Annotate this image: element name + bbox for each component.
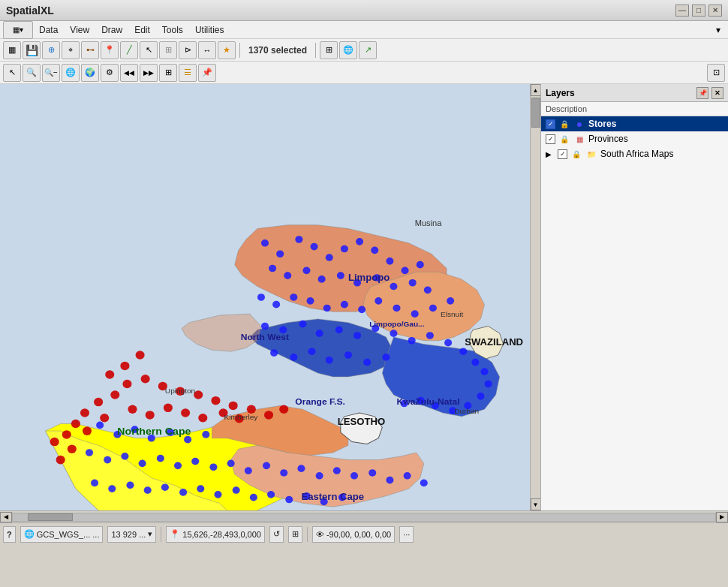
coord-pin-icon: 📍 xyxy=(170,529,180,539)
status-sep-1 xyxy=(161,527,161,542)
menu-utilities[interactable]: Utilities xyxy=(189,23,230,37)
export-button[interactable]: ↗ xyxy=(359,41,377,59)
zoom-out-button[interactable]: 🔍− xyxy=(42,64,60,82)
scroll-thumb[interactable] xyxy=(531,98,540,128)
select-tool[interactable]: ⊷ xyxy=(81,41,99,59)
scroll-left-arrow[interactable]: ◀ xyxy=(0,512,12,522)
svg-point-111 xyxy=(285,496,293,504)
svg-point-12 xyxy=(261,239,269,247)
scroll-right-arrow[interactable]: ▶ xyxy=(716,512,728,522)
layer-label-stores: Stores xyxy=(588,119,616,129)
scroll-up-arrow[interactable]: ▲ xyxy=(531,84,541,96)
line-tool[interactable]: ╱ xyxy=(120,41,138,59)
pointer-tool[interactable]: ↖ xyxy=(140,41,158,59)
svg-point-116 xyxy=(120,362,129,371)
svg-point-107 xyxy=(214,491,221,498)
svg-point-24 xyxy=(284,272,291,279)
svg-point-95 xyxy=(350,472,358,480)
menu-edit[interactable]: Edit xyxy=(128,23,156,37)
refresh-button[interactable]: ↺ xyxy=(269,526,284,543)
toolbar-separator-1 xyxy=(239,43,240,58)
pin-button[interactable]: 📍 xyxy=(101,41,119,59)
ruler-button[interactable]: ⌖ xyxy=(62,41,80,59)
help-icon: ? xyxy=(7,530,12,539)
layer-item-stores[interactable]: ✓ 🔒 ● Stores xyxy=(541,116,728,131)
layer-item-sa-maps[interactable]: ▶ ✓ 🔒 📁 South Africa Maps xyxy=(541,146,728,161)
globe-status-icon: 🌐 xyxy=(24,529,35,539)
layer-checkbox-sa-maps[interactable]: ✓ xyxy=(558,149,567,159)
globe-button[interactable]: 🌐 xyxy=(339,41,357,59)
zoom-in-button[interactable]: 🔍 xyxy=(23,64,41,82)
menu-data[interactable]: Data xyxy=(33,23,64,37)
ellipsis-button[interactable]: ··· xyxy=(399,526,414,543)
view-coords-display[interactable]: 👁 -90,00, 0,00, 0,00 xyxy=(312,526,395,543)
svg-point-81 xyxy=(104,456,111,464)
move-tool[interactable]: ↔ xyxy=(198,41,216,59)
layer-checkbox-provinces[interactable]: ✓ xyxy=(546,134,555,144)
copy-button[interactable]: ⊕ xyxy=(42,41,60,59)
svg-point-31 xyxy=(409,279,417,287)
menu-view[interactable]: View xyxy=(64,23,95,37)
open-table-button[interactable]: ▦ xyxy=(3,41,21,59)
settings-button[interactable]: ⚙ xyxy=(101,64,119,82)
svg-point-58 xyxy=(480,368,488,375)
svg-point-108 xyxy=(233,486,240,494)
coordinate-display[interactable]: 📍 15,626,-28,493,0,000 xyxy=(166,526,265,543)
svg-point-99 xyxy=(420,480,428,487)
globe-zoom-button[interactable]: 🌐 xyxy=(62,64,80,82)
scroll-down-arrow[interactable]: ▼ xyxy=(531,498,541,510)
scroll-track-horizontal[interactable] xyxy=(12,513,716,522)
save-button[interactable]: 💾 xyxy=(23,41,41,59)
scroll-thumb-horizontal[interactable] xyxy=(28,513,73,521)
grid-button[interactable]: ⊞ xyxy=(159,64,177,82)
star-button[interactable]: ★ xyxy=(218,41,236,59)
menu-expand-btn[interactable]: ▾ xyxy=(711,23,725,37)
svg-text:Limpopo: Limpopo xyxy=(348,272,390,283)
map-svg: Musina Elsnuit Upington Kimberley Durban… xyxy=(0,84,530,510)
svg-text:KwaZulu-Natal: KwaZulu-Natal xyxy=(396,397,459,408)
reshape-tool[interactable]: ⊳ xyxy=(179,41,197,59)
crs-selector[interactable]: 🌐 GCS_WGS_... ... xyxy=(20,526,104,543)
bottom-scrollbar[interactable]: ◀ ▶ xyxy=(0,510,728,522)
map-container[interactable]: Musina Elsnuit Upington Kimberley Durban… xyxy=(0,84,530,510)
count-selector[interactable]: 13 929 ... ▾ xyxy=(107,526,156,543)
minimize-button[interactable]: — xyxy=(675,5,689,17)
svg-point-40 xyxy=(375,297,382,305)
layers-title: Layers xyxy=(546,88,575,98)
layers-status-icon: ⊞ xyxy=(292,529,299,539)
maximize-button[interactable]: □ xyxy=(692,5,705,17)
table-view-button[interactable]: ⊞ xyxy=(320,41,338,59)
svg-point-97 xyxy=(386,477,393,484)
legend-button[interactable]: ☰ xyxy=(179,64,197,82)
svg-point-35 xyxy=(290,294,297,301)
arrow-select-button[interactable]: ↖ xyxy=(3,64,21,82)
menu-draw[interactable]: Draw xyxy=(95,23,128,37)
globe-fit-button[interactable]: 🌍 xyxy=(81,64,99,82)
svg-point-106 xyxy=(197,485,204,492)
add-tool[interactable]: ⊞ xyxy=(159,41,177,59)
svg-point-67 xyxy=(290,354,297,361)
pin2-button[interactable]: 📌 xyxy=(198,64,216,82)
menu-table-btn[interactable]: ▦▾ xyxy=(3,21,33,39)
restore-map-button[interactable]: ⊡ xyxy=(707,64,725,82)
menu-tools[interactable]: Tools xyxy=(156,23,189,37)
svg-point-17 xyxy=(341,245,348,253)
svg-point-84 xyxy=(157,455,164,462)
layer-close-button[interactable]: ✕ xyxy=(711,87,723,99)
sa-maps-expand[interactable]: ▶ xyxy=(546,150,555,158)
eye-icon: 👁 xyxy=(316,530,324,539)
svg-point-87 xyxy=(209,463,217,471)
help-button[interactable]: ? xyxy=(3,526,16,543)
layer-pin-button[interactable]: 📌 xyxy=(696,87,708,99)
layers-status-button[interactable]: ⊞ xyxy=(288,526,302,543)
svg-point-136 xyxy=(146,411,155,420)
close-button[interactable]: ✕ xyxy=(708,5,722,17)
svg-point-23 xyxy=(269,265,276,272)
next-button[interactable]: ▶▶ xyxy=(140,64,158,82)
svg-text:Upington: Upington xyxy=(165,387,195,395)
svg-point-54 xyxy=(426,332,434,339)
layer-item-provinces[interactable]: ✓ 🔒 ▦ Provinces xyxy=(541,131,728,146)
layer-checkbox-stores[interactable]: ✓ xyxy=(546,119,555,129)
prev-button[interactable]: ◀◀ xyxy=(120,64,138,82)
map-vertical-scrollbar[interactable]: ▲ ▼ xyxy=(530,84,540,510)
